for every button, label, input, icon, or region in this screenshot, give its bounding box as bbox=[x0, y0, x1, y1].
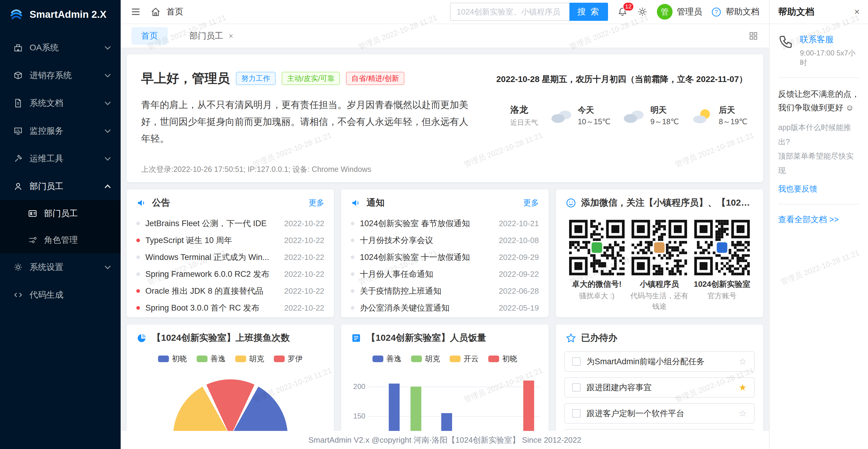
tab-close-icon[interactable]: × bbox=[228, 31, 233, 41]
tab-home[interactable]: 首页 bbox=[131, 27, 168, 44]
todo-item[interactable]: 跟进客户定制一个软件平台 ☆ bbox=[564, 403, 754, 424]
announcement-item[interactable]: Windows Terminal 正式成为 Win...2022-10-22 bbox=[136, 249, 324, 266]
qrcode-zhuoda[interactable]: 卓大的微信号! 骚扰卓大 :) bbox=[565, 220, 628, 312]
sidebar-item-monitor[interactable]: 监控服务 bbox=[0, 117, 121, 145]
legend-item[interactable]: 胡克 bbox=[235, 354, 264, 364]
brand-logo[interactable]: SmartAdmin 2.X bbox=[0, 0, 121, 29]
legend-swatch bbox=[411, 355, 422, 362]
megaphone-icon bbox=[136, 197, 147, 209]
announcement-date: 2022-10-22 bbox=[284, 236, 324, 245]
footer-copyright: SmartAdmin V2.x @copyright 河南·洛阳【1024创新实… bbox=[121, 431, 769, 449]
motto-tag: 主动/皮实/可靠 bbox=[282, 72, 340, 85]
sidebar-item-docs[interactable]: 系统文档 bbox=[0, 89, 121, 117]
user-menu[interactable]: 管 管理员 bbox=[657, 4, 702, 20]
home-icon[interactable] bbox=[150, 6, 161, 17]
star-outline-icon[interactable]: ☆ bbox=[739, 357, 747, 366]
divider bbox=[778, 77, 860, 78]
sidebar-subitem-employee[interactable]: 部门员工 bbox=[0, 200, 121, 227]
card-title: 【1024创新实验室】人员饭量 bbox=[367, 332, 539, 344]
search-button[interactable]: 搜 索 bbox=[569, 3, 608, 21]
legend-item[interactable]: 善逸 bbox=[197, 354, 226, 364]
announcement-item[interactable]: Spring Framework 6.0.0 RC2 发布2022-10-22 bbox=[136, 266, 324, 283]
announcement-item[interactable]: JetBrains Fleet 公测，下一代 IDE2022-10-22 bbox=[136, 215, 324, 232]
help-doc-toggle[interactable]: ? 帮助文档 bbox=[711, 6, 760, 18]
notice-item[interactable]: 1024创新实验室 春节放假通知2022-10-21 bbox=[351, 215, 539, 232]
todo-checkbox[interactable] bbox=[572, 383, 581, 392]
todo-item[interactable]: 跟进团建内容事宜 ★ bbox=[564, 377, 754, 398]
sidebar-subitem-roles[interactable]: 角色管理 bbox=[0, 227, 121, 253]
app-window: SmartAdmin 2.X OA系统 进销存系统 系统文档 监控服务 bbox=[0, 0, 868, 449]
sidebar-item-employee[interactable]: 部门员工 bbox=[0, 172, 121, 200]
legend-label: 初晓 bbox=[502, 354, 517, 364]
layout-grid-icon[interactable] bbox=[749, 31, 758, 41]
sidebar-item-ops[interactable]: 运维工具 bbox=[0, 145, 121, 172]
qrcode-town-programmer[interactable]: 小镇程序员 代码与生活，还有钱途 bbox=[628, 220, 691, 312]
sidebar-item-settings[interactable]: 系统设置 bbox=[0, 253, 121, 281]
feedback-link[interactable]: 我也要反馈 bbox=[778, 184, 860, 194]
faq-item[interactable]: app版本什么时候能推出? bbox=[778, 120, 860, 149]
contact-support-link[interactable]: 联系客服 bbox=[800, 34, 860, 45]
legend-item[interactable]: 胡克 bbox=[411, 354, 440, 364]
view-all-docs-link[interactable]: 查看全部文档 >> bbox=[778, 214, 860, 225]
todo-text: 跟进团建内容事宜 bbox=[587, 382, 733, 393]
legend-item[interactable]: 善逸 bbox=[372, 354, 401, 364]
qrcode-lab1024[interactable]: 1024创新实验室 官方账号 bbox=[691, 220, 753, 312]
notice-more-link[interactable]: 更多 bbox=[523, 197, 539, 208]
settings-gear-icon[interactable] bbox=[637, 6, 648, 17]
close-icon[interactable]: × bbox=[854, 7, 860, 17]
notification-bell-icon[interactable]: 12 bbox=[617, 6, 628, 17]
notice-item[interactable]: 关于疫情防控上班通知2022-06-28 bbox=[351, 283, 539, 299]
legend-swatch bbox=[235, 355, 246, 362]
bar-legend: 善逸胡克开云初晓 bbox=[341, 349, 548, 364]
id-card-icon bbox=[28, 209, 37, 218]
legend-item[interactable]: 初晓 bbox=[158, 354, 187, 364]
announcement-text: TypeScript 诞生 10 周年 bbox=[145, 235, 279, 246]
star-filled-icon[interactable]: ★ bbox=[739, 383, 747, 392]
help-panel-title: 帮助文档 bbox=[778, 6, 814, 18]
announcement-item[interactable]: TypeScript 诞生 10 周年2022-10-22 bbox=[136, 232, 324, 249]
todo-item[interactable]: 为SmartAdmin前端小组分配任务 ☆ bbox=[564, 351, 754, 372]
tab-employee[interactable]: 部门员工 × bbox=[189, 30, 233, 42]
qrcode-name: 卓大的微信号! bbox=[565, 279, 628, 289]
sidebar-menu: OA系统 进销存系统 系统文档 监控服务 运维工具 bbox=[0, 29, 121, 309]
faq-item[interactable]: 顶部菜单希望能尽快实现 bbox=[778, 149, 860, 178]
building-icon bbox=[13, 43, 23, 53]
notice-card: 通知 更多 1024创新实验室 春节放假通知2022-10-21 十月份技术分享… bbox=[341, 189, 548, 317]
avatar[interactable]: 管 bbox=[657, 4, 673, 20]
sidebar-item-codegen[interactable]: 代码生成 bbox=[0, 281, 121, 309]
tab-label: 部门员工 bbox=[189, 30, 223, 42]
todo-checkbox[interactable] bbox=[572, 357, 581, 366]
legend-item[interactable]: 开云 bbox=[450, 354, 478, 364]
legend-item[interactable]: 初晓 bbox=[488, 354, 517, 364]
star-icon bbox=[565, 332, 576, 344]
star-outline-icon[interactable]: ☆ bbox=[739, 409, 747, 418]
greeting-title: 早上好，管理员 bbox=[141, 70, 230, 87]
notice-item[interactable]: 办公室消杀关键位置通知2022-05-19 bbox=[351, 299, 539, 316]
bullet-dot-hot bbox=[136, 306, 140, 310]
search-input[interactable] bbox=[450, 3, 569, 21]
sidebar-item-oa[interactable]: OA系统 bbox=[0, 34, 121, 62]
cloudy-icon bbox=[622, 107, 645, 124]
announcement-item[interactable]: Spring Boot 3.0.0 首个 RC 发布2022-10-22 bbox=[136, 299, 324, 316]
faq-list: app版本什么时候能推出? 顶部菜单希望能尽快实现 bbox=[778, 120, 860, 178]
notice-text: 关于疫情防控上班通知 bbox=[360, 286, 493, 296]
legend-item[interactable]: 罗伊 bbox=[274, 354, 303, 364]
notice-date: 2022-05-19 bbox=[499, 303, 539, 313]
qrcode-desc: 骚扰卓大 :) bbox=[565, 291, 628, 301]
announcement-more-link[interactable]: 更多 bbox=[309, 197, 324, 208]
todo-checkbox[interactable] bbox=[572, 409, 581, 418]
speaker-icon bbox=[351, 197, 362, 209]
notice-item[interactable]: 十月份人事任命通知2022-09-22 bbox=[351, 266, 539, 283]
announcement-item[interactable]: Oracle 推出 JDK 8 的直接替代品2022-10-22 bbox=[136, 283, 324, 299]
sidebar-item-erp[interactable]: 进销存系统 bbox=[0, 62, 121, 89]
notice-item[interactable]: 十月份技术分享会议2022-10-08 bbox=[351, 232, 539, 249]
breadcrumb[interactable]: 首页 bbox=[166, 6, 183, 18]
notice-item[interactable]: 1024创新实验室 十一放假通知2022-09-29 bbox=[351, 249, 539, 266]
date-line: 2022-10-28 星期五，农历十月初四（当前霜降，立冬 2022-11-07… bbox=[496, 73, 747, 85]
bar-善逸 bbox=[389, 384, 400, 431]
chevron-up-icon bbox=[105, 185, 111, 191]
monitor-chart-icon bbox=[13, 126, 23, 136]
menu-fold-icon[interactable] bbox=[130, 6, 141, 17]
legend-swatch bbox=[158, 355, 169, 362]
weather-widget: 洛龙 近日天气 今天10～15℃ 明天9～18℃ 后天8～19℃ bbox=[510, 104, 747, 127]
